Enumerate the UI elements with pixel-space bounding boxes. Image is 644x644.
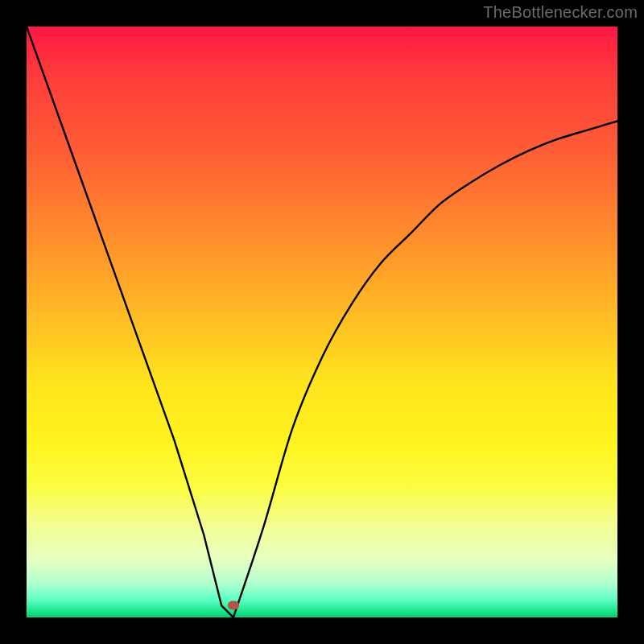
watermark-label: TheBottlenecker.com [483,3,638,22]
chart-frame: TheBottlenecker.com [0,0,644,644]
plot-area [27,27,617,617]
bottleneck-curve [27,27,617,617]
optimal-point-marker [228,601,239,610]
